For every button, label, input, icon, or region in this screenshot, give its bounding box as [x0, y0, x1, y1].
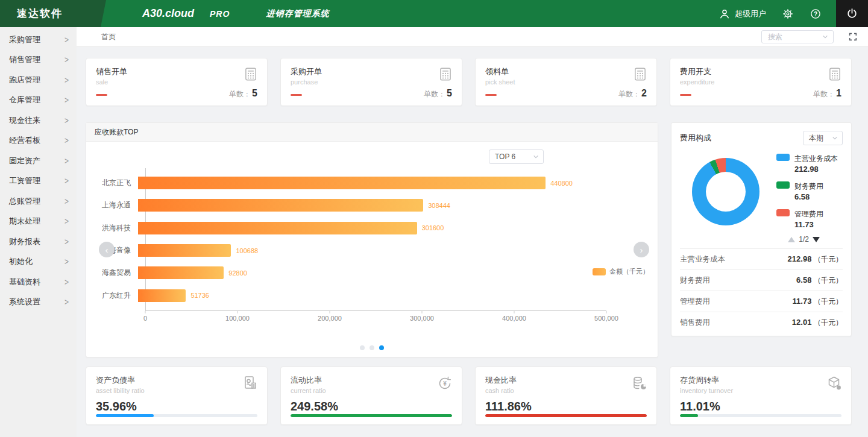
pager-up-icon[interactable]: [788, 237, 795, 242]
sidebar-item-label: 现金往来: [9, 115, 40, 126]
sidebar-nav: 采购管理>销售管理>跑店管理>仓库管理>现金往来>经营看板>固定资产>工资管理>…: [0, 27, 77, 437]
donut-legend-swatch: [776, 154, 790, 161]
sidebar-item-10[interactable]: 期末处理>: [0, 212, 77, 232]
chevron-right-icon: >: [64, 237, 69, 246]
legend-label-amount: 金额（千元）: [609, 267, 649, 276]
sidebar-item-13[interactable]: 基础资料>: [0, 272, 77, 292]
chevron-right-icon: >: [64, 116, 69, 125]
cube-icon: [826, 375, 843, 392]
carousel-dots: [86, 345, 658, 350]
stat-card-sale[interactable]: 销售开单sale单数：5: [86, 58, 268, 106]
expense-value: 11.73 （千元）: [793, 297, 843, 307]
expense-panel: 费用构成 本期 主营业务成本212.98财务费用6.58管理费用11.73 1/…: [671, 122, 852, 336]
ratio-card-title: 存货周转率: [680, 375, 841, 386]
bar-category-label: 上海永通: [93, 200, 138, 210]
expense-name: 管理费用: [680, 297, 710, 307]
main-area: 首页 搜索 销售开单sale单数：5采购开单purchase单数：5领料单pic…: [77, 27, 868, 425]
sidebar-item-12[interactable]: 初始化>: [0, 252, 77, 272]
chevron-down-icon: [533, 154, 539, 160]
stat-card-title: 采购开单: [291, 66, 452, 77]
search-placeholder: 搜索: [768, 32, 822, 42]
svg-text:?: ?: [814, 10, 817, 17]
stat-card-title: 费用开支: [680, 66, 841, 77]
stat-card-pick-sheet[interactable]: 领料单pick sheet单数：2: [475, 58, 657, 106]
carousel-prev-button[interactable]: ‹: [99, 242, 115, 257]
sidebar-item-14[interactable]: 系统设置>: [0, 292, 77, 313]
sidebar-item-label: 工资管理: [9, 175, 40, 186]
dashboard-content: 销售开单sale单数：5采购开单purchase单数：5领料单pick shee…: [77, 58, 868, 425]
topn-select-value: TOP 6: [495, 152, 527, 161]
carousel-dot-2[interactable]: [370, 345, 374, 350]
period-select[interactable]: 本期: [803, 131, 843, 145]
user-menu[interactable]: 超级用户: [719, 8, 766, 20]
sidebar-item-5[interactable]: 现金往来>: [0, 110, 77, 131]
carousel-dot-3[interactable]: [379, 345, 384, 350]
sidebar-item-1[interactable]: 采购管理>: [0, 30, 77, 50]
bar-category-label: 海鑫贸易: [93, 268, 138, 278]
bar-track: 440800: [138, 177, 600, 189]
header-actions: 超级用户 ?: [719, 0, 868, 27]
sidebar-item-7[interactable]: 固定资产>: [0, 151, 77, 171]
sidebar-item-9[interactable]: 总账管理>: [0, 191, 77, 212]
chevron-right-icon: >: [64, 136, 69, 145]
ratio-card-value: 249.58%: [291, 400, 452, 413]
x-axis-tick-label: 500,000: [594, 315, 618, 322]
sidebar-item-6[interactable]: 经营看板>: [0, 131, 77, 151]
bar-row: 海鑫贸易92800: [93, 262, 600, 284]
sidebar-item-3[interactable]: 跑店管理>: [0, 70, 77, 90]
x-axis-tick-label: 400,000: [502, 315, 526, 322]
expense-value: 12.01 （千元）: [792, 318, 843, 328]
stat-card-purchase[interactable]: 采购开单purchase单数：5: [280, 58, 462, 106]
ratio-progress-fill: [96, 414, 154, 417]
sidebar-item-2[interactable]: 销售管理>: [0, 50, 77, 71]
pager-down-icon[interactable]: [813, 237, 820, 242]
sidebar-item-4[interactable]: 仓库管理>: [0, 90, 77, 111]
breadcrumb-bar: 首页 搜索: [77, 27, 868, 47]
chevron-right-icon: >: [64, 157, 69, 165]
stat-card-subtitle: pick sheet: [485, 78, 647, 86]
bar-value-label: 301600: [422, 224, 444, 231]
stat-card-count: 单数：5: [229, 88, 257, 99]
bar-category-label: 北京正飞: [93, 178, 138, 188]
stat-card-dash: [291, 94, 302, 96]
bar-value-label: 440800: [550, 180, 573, 187]
ratio-card-value: 11.01%: [680, 400, 841, 413]
sidebar-item-8[interactable]: 工资管理>: [0, 171, 77, 192]
x-axis-tick: [330, 311, 330, 313]
chevron-down-icon: [822, 34, 828, 40]
donut-legend-swatch: [776, 181, 790, 189]
expense-panel-header: 费用构成 本期: [680, 131, 843, 145]
ratio-card-cash-ratio: 现金比率cash ratio111.86%: [475, 366, 657, 425]
help-icon[interactable]: ?: [810, 8, 822, 20]
stat-card-dash: [96, 94, 107, 96]
settings-gear-icon[interactable]: [782, 8, 794, 20]
user-icon: [719, 8, 731, 20]
bar-row: 四海音像100688: [93, 239, 600, 262]
stat-card-count: 单数：1: [813, 88, 841, 99]
sidebar-item-label: 系统设置: [9, 297, 40, 307]
ratio-card-subtitle: cash ratio: [485, 387, 647, 394]
ratio-card-title: 流动比率: [291, 375, 452, 386]
stat-card-subtitle: purchase: [291, 78, 452, 86]
ratio-progress-fill: [485, 414, 647, 417]
breadcrumb-home-tab[interactable]: 首页: [101, 32, 116, 42]
sidebar-item-11[interactable]: 财务报表>: [0, 231, 77, 252]
carousel-next-button[interactable]: ›: [634, 242, 649, 257]
chevron-right-icon: >: [64, 197, 69, 206]
topn-select[interactable]: TOP 6: [489, 149, 544, 164]
stat-card-expenditure[interactable]: 费用开支expenditure单数：1: [670, 58, 852, 106]
expense-donut-legend: 主营业务成本212.98财务费用6.58管理费用11.73: [776, 154, 838, 229]
receivables-chart-title: 应收账款TOP: [86, 123, 658, 142]
logout-power-button[interactable]: [836, 0, 868, 27]
search-select[interactable]: 搜索: [761, 30, 834, 43]
ratio-card-title: 现金比率: [485, 375, 647, 386]
fullscreen-icon[interactable]: [848, 32, 858, 42]
app-header: 速达软件 A30.cloud PRO 进销存管理系统 超级用户 ?: [0, 0, 868, 27]
chevron-right-icon: >: [64, 55, 69, 64]
charts-row: 应收账款TOP TOP 6 北京正飞440800上海永通308444洪海科技30…: [86, 122, 852, 357]
x-axis-tick: [606, 311, 607, 313]
ratio-progress-fill: [291, 414, 452, 417]
carousel-dot-1[interactable]: [360, 345, 365, 350]
chevron-right-icon: >: [64, 96, 69, 104]
ratio-card-current-ratio: 流动比率current ratio¥249.58%: [280, 366, 462, 425]
